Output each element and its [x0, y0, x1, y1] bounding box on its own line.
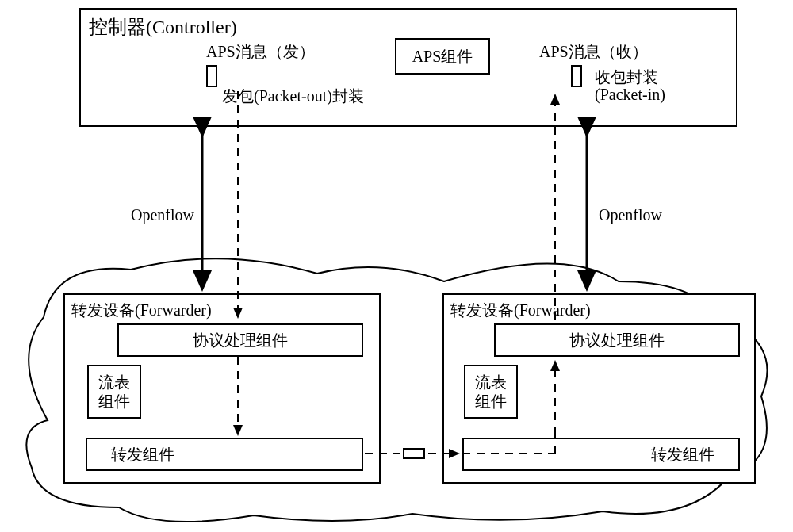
- forward-component-right: 转发组件: [462, 438, 740, 471]
- aps-send-label: APS消息（发）: [206, 41, 315, 63]
- openflow-right-label: Openflow: [599, 206, 662, 224]
- forward-component-right-label: 转发组件: [651, 444, 714, 465]
- flow-table-left-label-2: 组件: [98, 392, 130, 411]
- flow-table-right: 流表 组件: [464, 365, 518, 419]
- protocol-handler-right: 协议处理组件: [494, 323, 740, 357]
- forward-component-left-label: 转发组件: [111, 444, 174, 465]
- packet-in-label-1: 收包封装: [595, 67, 658, 88]
- forwarder-right-title: 转发设备(Forwarder): [450, 300, 591, 321]
- flow-table-right-label-1: 流表: [475, 373, 507, 392]
- openflow-left-label: Openflow: [131, 206, 194, 224]
- forward-component-left: 转发组件: [86, 438, 363, 471]
- forwarder-left-title: 转发设备(Forwarder): [71, 300, 212, 321]
- aps-recv-port: [571, 65, 582, 87]
- aps-send-port: [206, 65, 217, 87]
- link-port: [403, 448, 425, 459]
- flow-table-left-label-1: 流表: [98, 373, 130, 392]
- flow-table-right-label-2: 组件: [475, 392, 507, 411]
- protocol-handler-right-label: 协议处理组件: [569, 330, 665, 351]
- packet-out-label: 发包(Packet-out)封装: [222, 86, 364, 107]
- aps-component-box: APS组件: [395, 38, 490, 75]
- protocol-handler-left: 协议处理组件: [117, 323, 363, 357]
- flow-table-left: 流表 组件: [87, 365, 141, 419]
- packet-in-label-2: (Packet-in): [595, 86, 665, 104]
- aps-component-label: APS组件: [412, 46, 473, 67]
- controller-title: 控制器(Controller): [89, 14, 237, 40]
- protocol-handler-left-label: 协议处理组件: [193, 330, 288, 351]
- aps-recv-label: APS消息（收）: [539, 41, 648, 63]
